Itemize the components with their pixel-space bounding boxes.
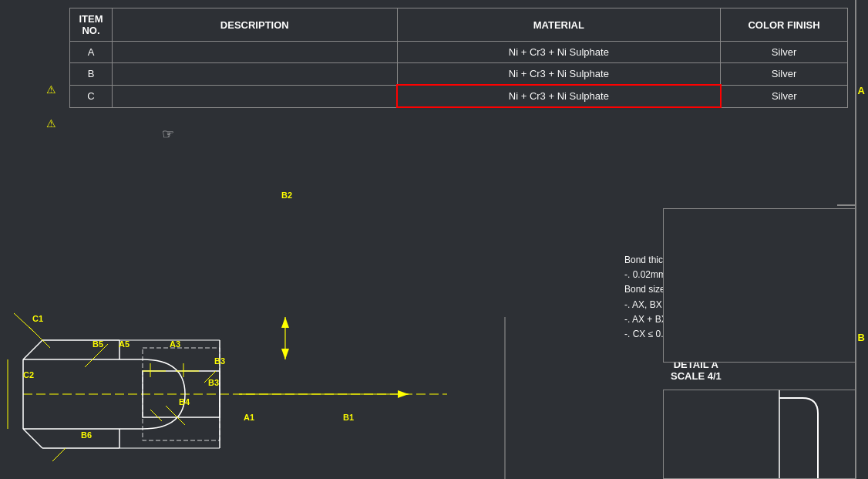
label-b3b: B3	[214, 356, 225, 366]
label-b6: B6	[81, 430, 92, 440]
label-a: A	[858, 85, 865, 96]
cell-color-c: Silver	[721, 85, 848, 107]
label-b3a: B3	[208, 378, 219, 387]
bom-table: ITEM NO. DESCRIPTION MATERIAL COLOR FINI…	[69, 8, 848, 108]
label-b2: B2	[281, 191, 292, 200]
warning-icon-b: ⚠	[46, 83, 56, 96]
cell-color-b: Silver	[721, 63, 848, 86]
svg-line-6	[23, 429, 42, 448]
table-row: C Ni + Cr3 + Ni Sulphate Silver	[70, 85, 848, 107]
svg-line-32	[150, 410, 162, 421]
label-b5: B5	[93, 339, 103, 349]
svg-line-35	[52, 448, 66, 461]
label-b1: B1	[343, 413, 354, 422]
cell-material-a: Ni + Cr3 + Ni Sulphate	[397, 42, 721, 63]
svg-marker-22	[398, 390, 409, 398]
label-a1: A1	[244, 413, 254, 422]
label-a3: A3	[170, 339, 180, 349]
warning-icon-c: ⚠	[46, 117, 56, 130]
label-a5: A5	[119, 339, 130, 349]
label-c2: C2	[23, 370, 34, 379]
cell-item-a: A	[70, 42, 113, 63]
detail-box-top	[663, 208, 856, 363]
cell-desc-b	[112, 63, 397, 86]
table-row: B Ni + Cr3 + Ni Sulphate Silver	[70, 63, 848, 86]
svg-line-25	[29, 327, 50, 348]
label-b: B	[858, 332, 865, 343]
right-tick-mark	[837, 204, 856, 206]
cell-item-c: C	[70, 85, 113, 107]
cell-desc-c	[112, 85, 397, 107]
cell-desc-a	[112, 42, 397, 63]
cell-material-b: Ni + Cr3 + Ni Sulphate	[397, 63, 721, 86]
cell-item-b: B	[70, 63, 113, 86]
svg-marker-19	[281, 317, 289, 328]
header-color-finish: COLOR FINISH	[721, 8, 848, 42]
header-item-no: ITEM NO.	[70, 8, 113, 42]
bom-table-container: ITEM NO. DESCRIPTION MATERIAL COLOR FINI…	[69, 8, 848, 108]
detail-arc-area	[663, 390, 856, 479]
svg-line-5	[23, 340, 42, 359]
cell-material-c-highlighted: Ni + Cr3 + Ni Sulphate	[397, 85, 721, 107]
detail-label-line2: SCALE 4/1	[671, 370, 722, 382]
label-c1: C1	[32, 314, 43, 323]
svg-marker-20	[281, 349, 289, 359]
label-b4: B4	[179, 397, 190, 406]
table-row: A Ni + Cr3 + Ni Sulphate Silver	[70, 42, 848, 63]
mouse-cursor: ☞	[162, 126, 174, 143]
header-description: DESCRIPTION	[112, 8, 397, 42]
detail-arc-svg	[664, 390, 856, 479]
cell-color-a: Silver	[721, 42, 848, 63]
header-material: MATERIAL	[397, 8, 721, 42]
